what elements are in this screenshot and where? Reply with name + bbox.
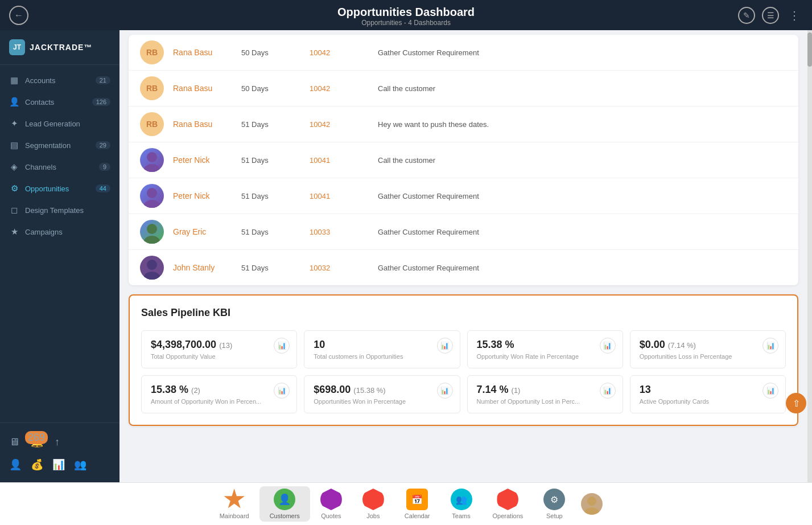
kbi-card: Sales Pipeline KBI 📊 $4,398,700.00 (13) … — [129, 294, 798, 426]
opportunity-number[interactable]: 10033 — [310, 228, 378, 236]
edit-icon[interactable]: ✎ — [738, 7, 755, 24]
bottom-nav: Mainboard 👤 Customers Quotes Jobs 📅 Cale… — [0, 482, 812, 525]
kbi-value: 15.38 % (2) — [151, 384, 287, 396]
quotes-label: Quotes — [321, 512, 341, 519]
bottom-nav-teams[interactable]: 👥 Teams — [440, 486, 483, 522]
person-name[interactable]: Rana Basu — [173, 48, 241, 57]
kbi-cell-won-amount-pct: 📊 15.38 % (2) Amount of Opportunity Won … — [141, 375, 297, 413]
user-avatar[interactable] — [581, 493, 603, 515]
kbi-chart-icon: 📊 — [762, 383, 778, 399]
back-button[interactable]: ← — [9, 6, 28, 25]
setup-icon: ⚙ — [543, 489, 565, 510]
avatar: RB — [140, 40, 164, 64]
kbi-value: 10 — [314, 339, 450, 351]
top-right-actions: ✎ ☰ ⋮ — [738, 7, 803, 24]
person-name[interactable]: Gray Eric — [173, 227, 241, 236]
opportunity-number[interactable]: 10042 — [310, 84, 378, 93]
alerts-badge: 269 — [25, 431, 48, 444]
sidebar-item-contacts[interactable]: 👤 Contacts 126 — [0, 91, 119, 113]
sidebar-nav: ▦ Accounts 21 👤 Contacts 126 ✦ Lead Gene… — [0, 65, 119, 423]
sidebar-bottom-icon-4[interactable]: 👥 — [74, 458, 86, 471]
sidebar-item-campaigns[interactable]: ★ Campaigns — [0, 221, 119, 243]
person-name[interactable]: Rana Basu — [173, 120, 241, 129]
bottom-nav-operations[interactable]: Operations — [483, 486, 534, 522]
more-icon[interactable]: ⋮ — [786, 7, 803, 24]
bottom-nav-setup[interactable]: ⚙ Setup — [533, 486, 575, 522]
svg-point-5 — [144, 236, 160, 244]
bottom-nav-jobs[interactable]: Jobs — [352, 486, 394, 522]
accounts-badge: 21 — [96, 76, 110, 84]
kbi-cell-won-dollars: 📊 $698.00 (15.38 %) Opportunities Won in… — [304, 375, 460, 413]
svg-point-7 — [144, 272, 160, 280]
person-name[interactable]: John Stanly — [173, 263, 241, 272]
person-name[interactable]: Rana Basu — [173, 84, 241, 93]
table-row: Peter Nick 51 Days 10041 Call the custom… — [129, 142, 798, 178]
kbi-chart-icon: 📊 — [437, 338, 453, 354]
contacts-label: Contacts — [25, 98, 54, 106]
sidebar-item-lead-generation[interactable]: ✦ Lead Generation — [0, 113, 119, 134]
sidebar-bottom: 🖥 🔔 269 ↑ 👤 💰 📊 👥 — [0, 423, 119, 482]
table-row: Peter Nick 51 Days 10041 Gather Customer… — [129, 178, 798, 214]
kbi-cell-lost-num: 📊 7.14 % (1) Number of Opportunity Lost … — [467, 375, 623, 413]
channels-icon: ◈ — [9, 162, 19, 172]
opportunity-number[interactable]: 10042 — [310, 120, 378, 129]
bottom-nav-calendar[interactable]: 📅 Calendar — [394, 486, 440, 522]
contacts-icon: 👤 — [9, 97, 19, 107]
kbi-grid: 📊 $4,398,700.00 (13) Total Opportunity V… — [141, 330, 786, 413]
accounts-label: Accounts — [25, 76, 55, 85]
opportunity-number[interactable]: 10032 — [310, 264, 378, 272]
sidebar-bottom-icon-1[interactable]: 👤 — [9, 458, 22, 471]
sidebar-item-accounts[interactable]: ▦ Accounts 21 — [0, 69, 119, 91]
kbi-label: Number of Opportunity Lost in Perc... — [477, 398, 613, 405]
segmentation-label: Segmentation — [25, 141, 71, 150]
task-text: Hey we want to push these dates. — [378, 120, 787, 129]
bottom-nav-quotes[interactable]: Quotes — [310, 486, 352, 522]
content-area: RB Rana Basu 50 Days 10042 Gather Custom… — [119, 30, 807, 482]
sidebar-bottom-icon-3[interactable]: 📊 — [52, 458, 65, 471]
alerts-wrap: 🔔 269 — [31, 436, 43, 448]
avatar — [140, 220, 164, 244]
days-value: 50 Days — [241, 48, 310, 57]
svg-point-2 — [147, 188, 157, 198]
days-value: 51 Days — [241, 156, 310, 165]
svg-point-3 — [144, 200, 160, 208]
person-name[interactable]: Peter Nick — [173, 155, 241, 165]
person-name[interactable]: Peter Nick — [173, 191, 241, 200]
kbi-label: Opportunities Won in Percentage — [314, 398, 450, 405]
operations-label: Operations — [493, 512, 524, 519]
sidebar-item-channels[interactable]: ◈ Channels 9 — [0, 156, 119, 178]
table-row: RB Rana Basu 51 Days 10042 Hey we want t… — [129, 106, 798, 142]
scroll-up-button[interactable]: ⇧ — [786, 393, 806, 413]
sidebar-item-segmentation[interactable]: ▤ Segmentation 29 — [0, 134, 119, 156]
opportunity-number[interactable]: 10042 — [310, 48, 378, 57]
kbi-label: Total customers in Opportunities — [314, 353, 450, 360]
right-scrollbar[interactable] — [807, 30, 812, 482]
bottom-nav-mainboard[interactable]: Mainboard — [209, 486, 259, 522]
task-text: Gather Customer Requirement — [378, 228, 787, 236]
kbi-label: Opportunities Loss in Percentage — [640, 353, 776, 360]
kbi-value: 15.38 % — [477, 339, 613, 351]
jobs-icon — [362, 489, 384, 510]
sidebar-logo: JT JACKTRADE™ — [0, 30, 119, 65]
contacts-badge: 126 — [92, 98, 110, 106]
kbi-title: Sales Pipeline KBI — [141, 307, 786, 319]
upgrade-icon[interactable]: ↑ — [55, 436, 60, 448]
lead-gen-label: Lead Generation — [25, 120, 80, 128]
svg-point-9 — [584, 507, 599, 515]
bottom-nav-customers[interactable]: 👤 Customers — [259, 486, 310, 522]
avatar — [140, 256, 164, 280]
sidebar-item-design-templates[interactable]: ◻ Design Templates — [0, 199, 119, 221]
opportunity-number[interactable]: 10041 — [310, 192, 378, 200]
menu-icon[interactable]: ☰ — [762, 7, 779, 24]
kbi-chart-icon: 📊 — [274, 383, 290, 399]
calendar-icon: 📅 — [406, 489, 428, 510]
task-text: Call the customer — [378, 156, 787, 165]
quotes-icon — [320, 489, 342, 510]
opportunity-number[interactable]: 10041 — [310, 156, 378, 165]
sidebar-bottom-icon-2[interactable]: 💰 — [31, 458, 43, 471]
table-row: RB Rana Basu 50 Days 10042 Call the cust… — [129, 71, 798, 106]
opportunities-icon: ⚙ — [9, 183, 19, 194]
kbi-value: $698.00 (15.38 %) — [314, 384, 450, 396]
guides-icon[interactable]: 🖥 — [9, 436, 19, 448]
sidebar-item-opportunities[interactable]: ⚙ Opportunities 44 — [0, 178, 119, 199]
